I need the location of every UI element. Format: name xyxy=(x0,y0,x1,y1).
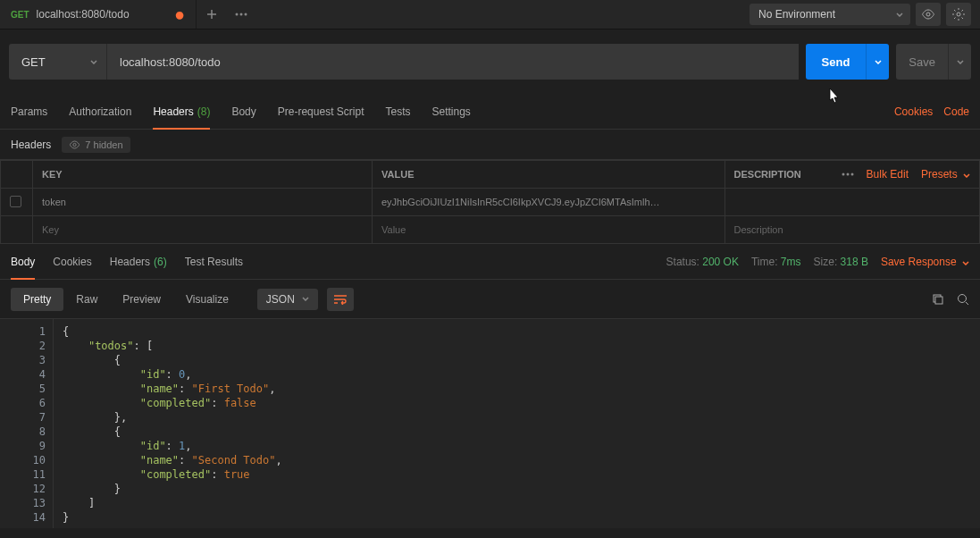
new-value-input[interactable]: Value xyxy=(373,216,725,244)
time-value: 7ms xyxy=(781,256,801,268)
tab-tests[interactable]: Tests xyxy=(385,94,410,129)
copy-icon xyxy=(932,293,944,306)
response-body[interactable]: 1234567891011121314 { "todos": [ { "id":… xyxy=(0,319,980,528)
environment-select[interactable]: No Environment xyxy=(750,4,910,25)
caret-down-icon xyxy=(962,261,969,265)
wrap-icon xyxy=(333,294,348,305)
send-button[interactable]: Send xyxy=(806,44,867,80)
table-row[interactable]: token eyJhbGciOiJIUzI1NiIsInR5cCI6IkpXVC… xyxy=(1,189,980,216)
th-description: DESCRIPTION Bulk Edit Presets xyxy=(725,161,979,189)
environment-label: No Environment xyxy=(758,8,835,21)
view-preview[interactable]: Preview xyxy=(110,288,173,311)
svg-point-3 xyxy=(926,13,930,16)
line-gutter: 1234567891011121314 xyxy=(0,319,54,528)
tab-more-button[interactable] xyxy=(226,0,255,29)
size-value: 318 B xyxy=(841,256,868,268)
settings-button[interactable] xyxy=(946,3,971,26)
caret-down-icon xyxy=(90,60,97,64)
th-value: VALUE xyxy=(373,161,725,189)
request-tab[interactable]: GET localhost:8080/todo ● xyxy=(0,0,197,29)
tab-headers[interactable]: Headers (8) xyxy=(153,94,210,129)
save-button[interactable]: Save xyxy=(896,44,948,80)
resp-tab-tests[interactable]: Test Results xyxy=(185,244,243,279)
headers-table: KEY VALUE DESCRIPTION Bulk Edit Presets xyxy=(0,160,980,244)
wrap-lines-button[interactable] xyxy=(327,288,354,311)
header-key-cell[interactable]: token xyxy=(33,189,373,216)
view-raw[interactable]: Raw xyxy=(63,288,110,311)
eye-icon xyxy=(921,9,935,20)
th-toggle xyxy=(1,161,33,189)
tab-settings[interactable]: Settings xyxy=(432,94,471,129)
svg-point-4 xyxy=(957,13,960,16)
row-checkbox[interactable] xyxy=(10,196,21,207)
new-tab-button[interactable] xyxy=(197,0,226,29)
tab-title: localhost:8080/todo xyxy=(37,8,130,21)
tab-params[interactable]: Params xyxy=(11,94,47,129)
svg-point-8 xyxy=(850,173,853,176)
resp-tab-headers[interactable]: Headers (6) xyxy=(110,244,167,279)
save-response-link[interactable]: Save Response xyxy=(881,256,969,268)
plus-icon xyxy=(205,8,218,21)
th-key: KEY xyxy=(33,161,373,189)
search-icon xyxy=(957,293,969,306)
env-quicklook-button[interactable] xyxy=(916,3,941,26)
method-select[interactable]: GET xyxy=(9,44,107,80)
tab-dirty-icon: ● xyxy=(174,4,185,25)
tab-method: GET xyxy=(11,10,29,20)
svg-rect-10 xyxy=(935,297,942,304)
resp-tab-body[interactable]: Body xyxy=(11,244,35,279)
svg-point-5 xyxy=(73,143,76,146)
status-value: 200 OK xyxy=(702,256,739,268)
table-row-new[interactable]: Key Value Description xyxy=(1,216,980,244)
caret-down-icon xyxy=(896,13,903,17)
svg-point-2 xyxy=(244,13,247,16)
caret-down-icon xyxy=(963,173,970,178)
presets-link[interactable]: Presets xyxy=(921,168,970,181)
header-desc-cell[interactable] xyxy=(725,189,979,216)
toggle-hidden-headers[interactable]: 7 hidden xyxy=(62,137,130,153)
view-visualize[interactable]: Visualize xyxy=(173,288,241,311)
send-dropdown[interactable] xyxy=(866,44,889,80)
svg-point-1 xyxy=(239,13,242,16)
svg-point-0 xyxy=(235,13,238,16)
url-input[interactable] xyxy=(107,44,799,80)
cursor-icon xyxy=(825,88,842,107)
code-content: { "todos": [ { "id": 0, "name": "First T… xyxy=(54,319,291,528)
more-icon[interactable] xyxy=(842,172,854,176)
format-select[interactable]: JSON xyxy=(257,289,318,310)
headers-label: Headers xyxy=(11,139,51,151)
svg-point-11 xyxy=(959,294,967,302)
new-key-input[interactable]: Key xyxy=(33,216,373,244)
caret-down-icon xyxy=(302,297,309,301)
resp-tab-cookies[interactable]: Cookies xyxy=(53,244,91,279)
tab-body[interactable]: Body xyxy=(231,94,255,129)
bulk-edit-link[interactable]: Bulk Edit xyxy=(867,168,909,181)
code-link[interactable]: Code xyxy=(943,105,969,118)
caret-down-icon xyxy=(957,60,964,64)
new-desc-input[interactable]: Description xyxy=(725,216,979,244)
header-value-cell[interactable]: eyJhbGciOiJIUzI1NiIsInR5cCI6IkpXVCJ9.eyJ… xyxy=(373,189,725,216)
cookies-link[interactable]: Cookies xyxy=(894,105,933,118)
gear-icon xyxy=(951,7,966,21)
copy-button[interactable] xyxy=(932,293,944,306)
svg-point-7 xyxy=(846,173,849,176)
svg-point-6 xyxy=(842,173,844,176)
method-value: GET xyxy=(21,55,46,69)
ellipsis-icon xyxy=(235,13,247,16)
tab-authorization[interactable]: Authorization xyxy=(69,94,131,129)
eye-icon xyxy=(69,140,80,149)
save-dropdown[interactable] xyxy=(948,44,971,80)
search-button[interactable] xyxy=(957,293,969,306)
caret-down-icon xyxy=(875,60,882,64)
view-pretty[interactable]: Pretty xyxy=(11,288,63,311)
tab-prerequest[interactable]: Pre-request Script xyxy=(278,94,364,129)
